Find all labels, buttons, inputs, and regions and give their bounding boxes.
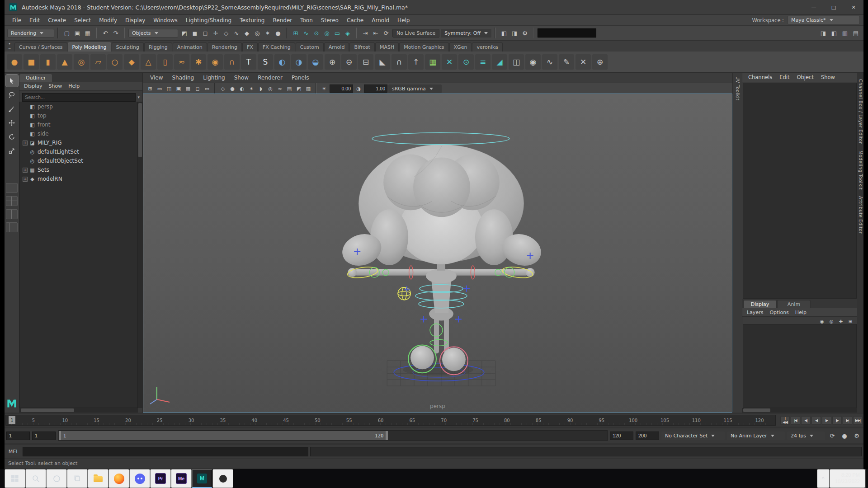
smooth-icon[interactable]: ◉ — [525, 54, 541, 70]
go-to-end-button[interactable]: ▶▶| — [853, 416, 863, 425]
playback-loop-button[interactable]: ⟳ — [827, 431, 837, 440]
step-forward-frame-button[interactable]: ▶| — [843, 416, 852, 425]
viewport-menu-item[interactable]: Panels — [288, 74, 313, 81]
snap-curve-icon[interactable]: ∿ — [301, 28, 311, 38]
shelf-tab[interactable]: MASH — [375, 42, 399, 52]
extract-icon[interactable]: ⊟ — [358, 54, 373, 70]
mask-curves-icon[interactable]: ∿ — [231, 28, 241, 38]
attribute-editor-toggle-icon[interactable]: ◨ — [818, 28, 828, 38]
shelf-tab[interactable]: veronika — [472, 42, 502, 52]
shelf-tabs-menu-icon[interactable]: ▾ — [6, 42, 13, 46]
select-tool[interactable] — [6, 75, 18, 87]
bridge-icon[interactable]: ∩ — [392, 54, 407, 70]
grid-icon[interactable]: ⊞ — [146, 84, 155, 93]
layer-editor-menu-item[interactable]: Help — [793, 310, 809, 315]
channel-box-toggle-icon[interactable]: ▥ — [840, 28, 850, 38]
expander-toggle[interactable] — [23, 104, 28, 109]
gamma-field[interactable] — [364, 84, 387, 93]
statusline-group-divider[interactable] — [494, 28, 497, 38]
selection-mode-selector[interactable]: Objects — [128, 29, 178, 38]
open-scene-icon[interactable]: ▣ — [72, 28, 82, 38]
statusline-group-divider[interactable] — [57, 28, 60, 38]
side-panel-tab[interactable]: Attribute Editor — [858, 196, 863, 234]
shadows-icon[interactable]: ◗ — [256, 84, 265, 93]
snap-point-icon[interactable]: ⊙ — [311, 28, 321, 38]
taskbar-file-explorer[interactable] — [88, 469, 108, 488]
isolate-select-icon[interactable]: ◩ — [294, 84, 303, 93]
layer-editor-menu-item[interactable]: Options — [767, 310, 791, 315]
exposure-field[interactable] — [330, 84, 353, 93]
menubar-item[interactable]: Help — [393, 16, 414, 24]
viewport-menu-item[interactable]: View — [146, 74, 166, 81]
construction-history-icon[interactable]: ⟳ — [381, 28, 391, 38]
safe-title-icon[interactable]: ▭ — [203, 84, 212, 93]
animation-start-field[interactable] — [6, 432, 30, 440]
poly-pipe-icon[interactable]: ▯ — [157, 54, 173, 70]
separate-icon[interactable]: ⊖ — [341, 54, 357, 70]
make-live-icon[interactable]: ◈ — [343, 28, 353, 38]
delete-history-icon[interactable]: ✕ — [576, 54, 591, 70]
timeline-ruler[interactable]: 5101520253035404550556065707580859095100… — [5, 415, 776, 426]
mel-command-input[interactable] — [23, 447, 308, 456]
menubar-item[interactable]: File — [8, 16, 25, 24]
menubar-item[interactable]: Arnold — [368, 16, 393, 24]
type-tool-icon[interactable]: T — [241, 54, 256, 70]
play-forwards-button[interactable]: ▶ — [822, 416, 831, 425]
workspace-selector[interactable]: Maya Classic* — [788, 16, 860, 24]
poly-helix-icon[interactable]: ≈ — [174, 54, 189, 70]
poly-cone-icon[interactable]: ▲ — [57, 54, 72, 70]
mask-joints-icon[interactable]: ◇ — [221, 28, 231, 38]
side-panel-tab[interactable]: Channel Box / Layer Editor — [858, 79, 863, 144]
viewport-menu-item[interactable]: Renderer — [254, 74, 286, 81]
range-slider-track[interactable]: 1 120 — [58, 430, 608, 441]
taskbar-media-encoder[interactable]: Me — [171, 469, 192, 488]
exposure-icon[interactable]: ☀ — [320, 84, 329, 93]
scene-3d[interactable] — [143, 94, 732, 412]
outliner-menu-item[interactable]: Display — [21, 83, 45, 89]
layout-outliner-persp-button[interactable] — [6, 222, 18, 232]
field-chart-icon[interactable]: ▦ — [184, 84, 193, 93]
scrollbar-thumb[interactable] — [743, 408, 770, 412]
cortana-button[interactable] — [46, 469, 67, 488]
start-button[interactable] — [5, 469, 25, 488]
layer-editor-scrollbar[interactable] — [742, 408, 857, 413]
viewport-menu-item[interactable]: Shading — [168, 74, 198, 81]
poly-sphere-icon[interactable]: ● — [7, 54, 22, 70]
outliner-menu-item[interactable]: Help — [66, 83, 82, 89]
snap-grid-icon[interactable]: ⊞ — [291, 28, 301, 38]
menubar-item[interactable]: Cache — [343, 16, 368, 24]
search-filter-dropdown-icon[interactable]: ▾ — [137, 95, 140, 99]
expander-toggle[interactable]: + — [23, 168, 28, 173]
viewport-canvas[interactable]: persp — [143, 94, 732, 413]
channel-box-menu-item[interactable]: Show — [818, 74, 838, 81]
animation-end-field[interactable] — [636, 432, 659, 440]
layout-single-pane-button[interactable] — [6, 183, 18, 193]
menubar-item[interactable]: Lighting/Shading — [182, 16, 236, 24]
outliner-row[interactable]: + ▦ Sets — [20, 165, 137, 174]
poly-soccer-ball-icon[interactable]: ◉ — [208, 54, 223, 70]
mirror-icon[interactable]: ◫ — [509, 54, 524, 70]
taskbar-obs[interactable] — [212, 469, 233, 488]
menubar-item[interactable]: Toon — [296, 16, 317, 24]
shelf-tab[interactable]: Curves / Surfaces — [14, 42, 67, 52]
scrollbar-thumb[interactable] — [138, 103, 142, 157]
close-button[interactable]: ✕ — [844, 0, 863, 14]
mask-surfaces-icon[interactable]: ◆ — [242, 28, 252, 38]
playback-start-field[interactable] — [32, 432, 56, 440]
layout-two-pane-button[interactable] — [6, 209, 18, 219]
snap-projected-center-icon[interactable]: ◎ — [322, 28, 332, 38]
select-component-icon[interactable]: ◻ — [200, 28, 210, 38]
live-surface-field[interactable]: No Live Surface — [392, 29, 439, 38]
tool-settings-toggle-icon[interactable]: ◧ — [829, 28, 839, 38]
shelf-tab[interactable]: Arnold — [324, 42, 349, 52]
extrude-icon[interactable]: ↑ — [408, 54, 424, 70]
expander-toggle[interactable] — [23, 122, 28, 127]
mask-dynamics-icon[interactable]: ✶ — [263, 28, 273, 38]
shelf-tab[interactable]: Bifrost — [349, 42, 375, 52]
outliner-row[interactable]: + ◆ modelRN — [20, 174, 137, 183]
expander-toggle[interactable]: + — [23, 141, 28, 145]
go-to-start-button[interactable]: |◀◀ — [780, 416, 790, 425]
taskbar-premiere[interactable]: Pr — [150, 469, 171, 488]
shelf-menu-icon[interactable]: ≡ — [6, 47, 13, 51]
playback-end-field[interactable] — [610, 432, 633, 440]
